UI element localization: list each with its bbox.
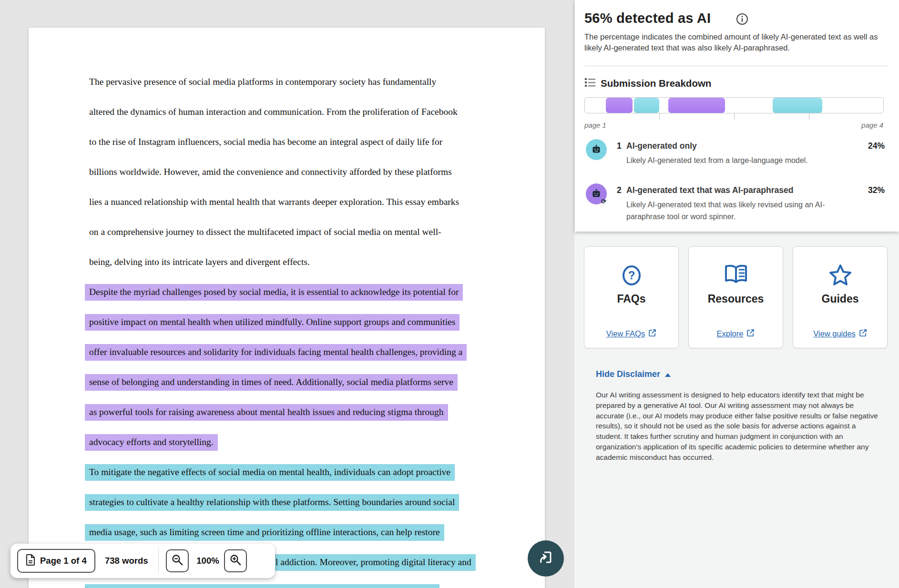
document-line: altered the dynamics of human interactio… xyxy=(85,104,462,121)
info-icon[interactable] xyxy=(736,13,748,27)
hide-disclaimer-toggle[interactable]: Hide Disclaimer xyxy=(596,369,671,379)
document-line: Despite the myriad challenges posed by s… xyxy=(85,284,463,301)
breakdown-item-title: AI-generated only xyxy=(626,141,697,151)
book-icon xyxy=(724,264,748,287)
magnifier-minus-icon xyxy=(171,554,184,568)
help-card-title: Resources xyxy=(689,293,783,305)
breakdown-item-number: 1 xyxy=(617,141,622,151)
robot-avatar-icon xyxy=(586,139,607,160)
document-line: being, delving into its intricate layers… xyxy=(85,254,314,271)
help-card-title: Guides xyxy=(793,293,887,305)
bar-page-end-label: page 4 xyxy=(861,121,883,129)
hide-disclaimer-label: Hide Disclaimer xyxy=(596,369,660,379)
zoom-out-button[interactable] xyxy=(166,549,189,572)
external-link-icon xyxy=(859,329,867,339)
page-indicator-label: Page 1 of 4 xyxy=(40,556,87,566)
disclaimer-text: Our AI writing assessment is designed to… xyxy=(596,390,882,463)
zoom-level: 100% xyxy=(194,544,222,578)
divider xyxy=(584,66,888,66)
document-viewer: The pervasive presence of social media p… xyxy=(0,0,574,588)
question-circle-icon: ? xyxy=(620,264,643,289)
external-link-icon xyxy=(648,329,656,339)
purple-highlight-segment[interactable] xyxy=(668,98,725,113)
help-card-title: FAQs xyxy=(584,293,678,305)
page-tick xyxy=(659,113,660,120)
document-line: strategies to cultivate a healthy relati… xyxy=(85,494,459,511)
cyan-highlight-segment[interactable] xyxy=(773,98,822,113)
document-line: offer invaluable resources and solidarit… xyxy=(85,344,467,361)
page-icon xyxy=(26,554,35,568)
document-line: media usage, such as limiting screen tim… xyxy=(85,524,444,541)
detection-subtitle: The percentage indicates the combined am… xyxy=(584,31,892,53)
detection-summary-card: 56% detected as AI The percentage indica… xyxy=(574,0,899,232)
document-line: positive impact on mental health when ut… xyxy=(85,314,460,331)
breakdown-item-percent: 32% xyxy=(868,185,885,195)
breakdown-item-description: Likely AI-generated text from a large-la… xyxy=(626,154,850,166)
cyan-highlight-segment[interactable] xyxy=(634,98,659,113)
jump-to-highlight-button[interactable] xyxy=(528,540,564,577)
toolbar-divider xyxy=(158,548,159,573)
ai-detection-panel: 56% detected as AI The percentage indica… xyxy=(574,0,899,588)
page-tick xyxy=(734,113,735,120)
help-card-link[interactable]: View FAQs xyxy=(584,329,678,339)
help-card-resources: ResourcesExplore xyxy=(688,246,783,348)
word-count: 738 words xyxy=(105,544,148,578)
breakdown-list-icon xyxy=(584,77,596,90)
document-line: critical thinking skills can empower ind… xyxy=(85,584,439,588)
document-line: on a comprehensive journey to dissect th… xyxy=(85,224,446,241)
submission-breakdown-header: Submission Breakdown xyxy=(584,77,711,90)
document-line: as powerful tools for raising awareness … xyxy=(85,404,448,421)
help-card-link[interactable]: Explore xyxy=(689,329,783,339)
document-line: lies a nuanced relationship with mental … xyxy=(85,194,463,211)
help-card-link[interactable]: View guides xyxy=(793,329,887,339)
breakdown-item-percent: 24% xyxy=(868,141,885,151)
zoom-in-button[interactable] xyxy=(224,549,247,572)
breakdown-item-title: AI-generated text that was AI-paraphrase… xyxy=(626,185,793,195)
document-page: The pervasive presence of social media p… xyxy=(29,28,545,588)
document-line: to the rise of Instagram influencers, so… xyxy=(85,134,447,151)
ai-writing-report: The pervasive presence of social media p… xyxy=(0,0,899,588)
viewer-toolbar: Page 1 of 4 738 words 100% xyxy=(10,544,275,578)
help-card-guides: GuidesView guides xyxy=(793,246,888,348)
document-line: sense of belonging and understanding in … xyxy=(85,374,458,391)
document-line: advocacy efforts and storytelling. xyxy=(85,434,218,451)
purple-highlight-segment[interactable] xyxy=(606,98,633,113)
help-card-faqs: ?FAQsView FAQs xyxy=(584,246,679,348)
bar-page-start-label: page 1 xyxy=(584,121,606,129)
help-cards: ?FAQsView FAQsResourcesExploreGuidesView… xyxy=(584,246,891,348)
document-line: billions worldwide. However, amid the co… xyxy=(85,164,456,181)
detection-percentage-title: 56% detected as AI xyxy=(584,10,711,26)
external-link-icon xyxy=(746,329,755,339)
refresh-icon: ⟳ xyxy=(601,198,606,205)
submission-breakdown-title: Submission Breakdown xyxy=(601,78,711,89)
document-line: To mitigate the negative effects of soci… xyxy=(85,464,455,481)
jump-arrow-icon xyxy=(537,548,555,568)
document-line: The pervasive presence of social media p… xyxy=(85,74,440,91)
breakdown-item-description: Likely AI-generated text that was likely… xyxy=(626,199,850,223)
star-icon xyxy=(828,264,852,289)
page-indicator-button[interactable]: Page 1 of 4 xyxy=(17,549,95,573)
robot-avatar-icon: ⟳ xyxy=(586,183,607,204)
chevron-up-icon xyxy=(665,373,671,377)
svg-text:?: ? xyxy=(628,269,635,282)
document-line: l addiction. Moreover, promoting digital… xyxy=(271,554,476,571)
magnifier-plus-icon xyxy=(229,554,242,568)
page-tick xyxy=(809,113,809,120)
page-highlight-bar[interactable] xyxy=(584,97,884,113)
breakdown-item-number: 2 xyxy=(617,185,622,195)
